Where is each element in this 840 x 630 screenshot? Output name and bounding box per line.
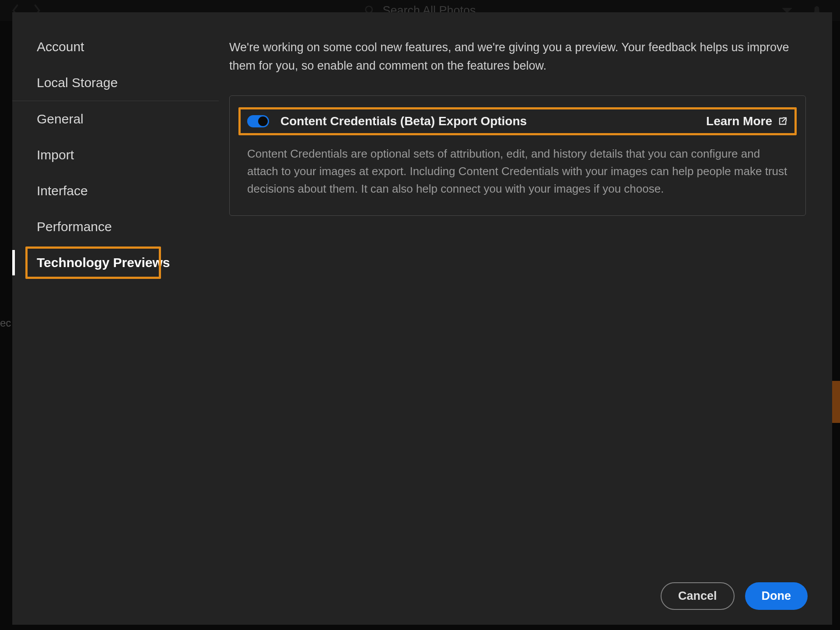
sidebar-item-label: Interface: [37, 183, 88, 198]
preferences-sidebar: Account Local Storage General Import Int…: [12, 12, 219, 572]
feature-header-row: Content Credentials (Beta) Export Option…: [245, 109, 791, 134]
sidebar-item-label: Import: [37, 148, 74, 162]
sidebar-item-local-storage[interactable]: Local Storage: [12, 65, 219, 101]
sidebar-item-label: Performance: [37, 219, 112, 234]
feature-title: Content Credentials (Beta) Export Option…: [280, 114, 695, 128]
feature-toggle[interactable]: [247, 115, 269, 127]
dialog-footer: Cancel Done: [12, 572, 832, 625]
sidebar-item-performance[interactable]: Performance: [12, 209, 219, 245]
toggle-knob: [258, 116, 268, 126]
sidebar-item-import[interactable]: Import: [12, 137, 219, 173]
sidebar-item-account[interactable]: Account: [12, 29, 219, 65]
sidebar-item-general[interactable]: General: [12, 101, 219, 137]
sidebar-item-interface[interactable]: Interface: [12, 173, 219, 209]
sidebar-item-label: Technology Previews: [37, 255, 170, 270]
sidebar-item-label: Local Storage: [37, 75, 118, 90]
learn-more-link[interactable]: Learn More: [706, 114, 788, 128]
feature-description: Content Credentials are optional sets of…: [245, 145, 791, 198]
sidebar-item-label: Account: [37, 39, 84, 54]
intro-text: We're working on some cool new features,…: [229, 39, 806, 75]
preferences-content: We're working on some cool new features,…: [219, 12, 832, 572]
feature-card: Content Credentials (Beta) Export Option…: [229, 95, 806, 216]
preferences-dialog: Account Local Storage General Import Int…: [12, 12, 832, 625]
learn-more-label: Learn More: [706, 114, 772, 128]
sidebar-item-technology-previews[interactable]: Technology Previews: [12, 245, 219, 281]
external-link-icon: [777, 116, 788, 127]
sidebar-item-label: General: [37, 112, 84, 126]
done-button[interactable]: Done: [745, 582, 808, 610]
cancel-button[interactable]: Cancel: [661, 582, 735, 610]
